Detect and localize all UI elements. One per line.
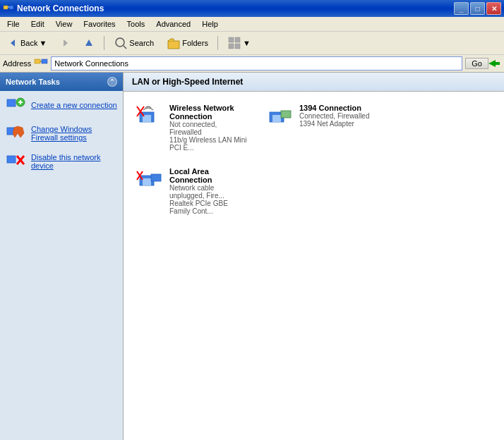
disable-icon <box>6 152 25 171</box>
create-connection-icon <box>6 95 25 115</box>
lan-info: Local Area Connection Network cable unpl… <box>169 167 250 215</box>
right-panel: LAN or High-Speed Internet <box>124 73 504 440</box>
lan-header: LAN or High-Speed Internet <box>124 73 504 92</box>
address-network-icon <box>34 57 48 70</box>
svg-marker-3 <box>11 39 15 47</box>
main-titlebar: Network Connections _ □ ✕ <box>0 0 504 17</box>
main-window-title: Network Connections <box>17 4 104 13</box>
svg-rect-14 <box>42 59 47 63</box>
1394-connection-item[interactable]: 1394 Connection Connected, Firewalled 13… <box>259 97 386 158</box>
menu-advanced[interactable]: Advanced <box>152 18 195 30</box>
toolbar-separator <box>104 36 104 50</box>
back-button[interactable]: Back ▼ <box>3 35 52 51</box>
menu-file[interactable]: File <box>3 18 24 30</box>
svg-rect-30 <box>272 115 281 122</box>
address-bar: Address Go <box>0 55 504 73</box>
menu-tools[interactable]: Tools <box>123 18 150 30</box>
svg-line-7 <box>124 46 126 49</box>
1394-icon <box>265 104 294 126</box>
main-window: Network Connections _ □ ✕ File Edit View… <box>0 0 504 440</box>
close-button[interactable]: ✕ <box>486 2 501 15</box>
wireless-icon <box>136 104 164 126</box>
up-icon <box>83 37 95 49</box>
menu-view[interactable]: View <box>52 18 77 30</box>
up-button[interactable] <box>78 35 100 51</box>
menu-bar: File Edit View Favorites Tools Advanced … <box>0 17 504 32</box>
svg-point-6 <box>116 38 124 47</box>
svg-rect-8 <box>168 41 179 49</box>
forward-button[interactable] <box>54 35 76 51</box>
svg-rect-11 <box>229 44 234 49</box>
svg-rect-17 <box>7 99 16 106</box>
1394-info: 1394 Connection Connected, Firewalled 13… <box>299 104 370 128</box>
firewall-settings-item[interactable]: Change Windows Firewall settings <box>0 119 123 147</box>
svg-rect-33 <box>143 178 151 185</box>
svg-rect-34 <box>151 174 161 181</box>
minimize-button[interactable]: _ <box>454 2 469 15</box>
address-label: Address <box>3 59 31 68</box>
svg-rect-12 <box>235 44 240 49</box>
svg-marker-5 <box>85 39 92 46</box>
svg-rect-10 <box>235 37 240 42</box>
menu-help[interactable]: Help <box>198 18 222 30</box>
folders-icon <box>167 36 181 50</box>
svg-rect-9 <box>229 37 234 42</box>
main-content: Network Tasks ⌃ Create a new connection <box>0 73 504 440</box>
wireless-connection-item[interactable]: Wireless Network Connection Not connecte… <box>129 97 256 158</box>
menu-favorites[interactable]: Favorites <box>79 18 119 30</box>
back-icon <box>8 37 19 49</box>
address-input[interactable] <box>51 56 462 71</box>
folders-button[interactable]: Folders <box>162 34 213 52</box>
svg-rect-22 <box>7 156 16 163</box>
search-icon <box>114 36 128 50</box>
svg-rect-31 <box>281 111 291 118</box>
menu-edit[interactable]: Edit <box>27 18 49 30</box>
network-tasks-header: Network Tasks ⌃ <box>0 73 123 91</box>
lan-connection-item[interactable]: Local Area Connection Network cable unpl… <box>129 161 256 221</box>
svg-marker-4 <box>64 39 68 47</box>
views-button[interactable]: ▼ <box>222 34 256 52</box>
maximize-button[interactable]: □ <box>470 2 485 15</box>
forward-icon <box>59 37 71 49</box>
firewall-icon <box>6 123 25 143</box>
search-button[interactable]: Search <box>109 34 159 52</box>
disable-device-item[interactable]: Disable this network device <box>0 147 123 176</box>
go-arrow-icon <box>486 57 501 70</box>
toolbar: Back ▼ Search Folders <box>0 32 504 55</box>
lan-icon <box>136 167 164 190</box>
left-panel: Network Tasks ⌃ Create a new connection <box>0 73 124 440</box>
toolbar-separator-2 <box>217 36 218 50</box>
connections-grid: Wireless Network Connection Not connecte… <box>124 92 504 227</box>
create-connection-item[interactable]: Create a new connection <box>0 91 123 119</box>
svg-marker-16 <box>488 60 500 67</box>
network-connections-icon <box>3 3 14 14</box>
panel-toggle[interactable]: ⌃ <box>107 77 117 87</box>
views-icon <box>227 36 241 50</box>
svg-rect-13 <box>35 59 40 63</box>
svg-rect-1 <box>9 6 13 9</box>
wireless-info: Wireless Network Connection Not connecte… <box>169 104 250 152</box>
svg-rect-0 <box>4 6 8 9</box>
